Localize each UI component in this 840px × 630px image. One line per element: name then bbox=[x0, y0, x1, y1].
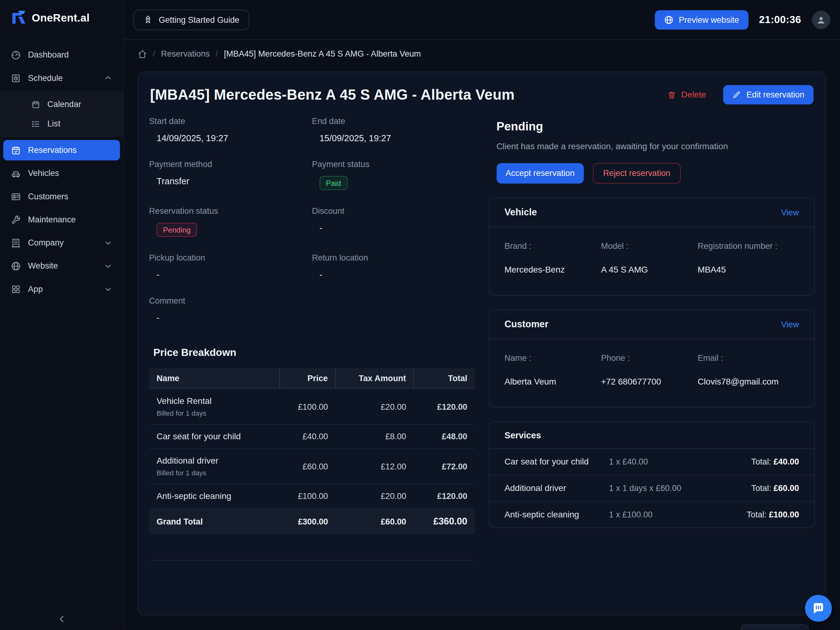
accept-reservation-button[interactable]: Accept reservation bbox=[496, 163, 584, 184]
price-breakdown-title: Price Breakdown bbox=[153, 347, 475, 359]
globe-icon bbox=[664, 15, 674, 25]
delete-button[interactable]: Delete bbox=[664, 90, 709, 100]
list-icon bbox=[32, 119, 41, 128]
sidebar-item-maintenance[interactable]: Maintenance bbox=[3, 209, 120, 230]
calendar-check-icon bbox=[11, 145, 21, 155]
section-divider bbox=[149, 560, 475, 560]
table-row: Additional driver Billed for 1 days £60.… bbox=[149, 449, 475, 484]
chat-bubble-icon bbox=[812, 602, 826, 616]
preview-website-label: Preview website bbox=[679, 15, 739, 25]
customer-email: Email : Clovis78@gmail.com bbox=[698, 353, 799, 387]
chevron-down-icon bbox=[104, 238, 112, 247]
header-actions: Delete Edit reservation bbox=[664, 85, 813, 104]
sidebar-item-schedule[interactable]: Schedule bbox=[3, 68, 120, 89]
customer-panel: Customer View Name : Alberta Veum Phone … bbox=[489, 309, 815, 408]
sidebar-item-label: Customers bbox=[28, 192, 68, 201]
breadcrumb-reservations[interactable]: Reservations bbox=[161, 49, 210, 59]
sidebar: OneRent.al Dashboard Schedule Calendar bbox=[0, 0, 124, 630]
field-pickup-location: Pickup location - bbox=[149, 253, 312, 280]
sidebar-item-company[interactable]: Company bbox=[3, 233, 120, 253]
field-reservation-status: Reservation status Pending bbox=[149, 206, 312, 237]
field-end-date: End date 15/09/2025, 19:27 bbox=[312, 116, 475, 143]
partially-visible-button[interactable] bbox=[741, 624, 809, 630]
breadcrumb-separator: / bbox=[153, 49, 155, 59]
topbar: Getting Started Guide Preview website 21… bbox=[124, 0, 840, 40]
vehicle-panel-title: Vehicle bbox=[505, 207, 537, 218]
sidebar-item-vehicles[interactable]: Vehicles bbox=[3, 163, 120, 184]
sidebar-item-reservations[interactable]: Reservations bbox=[3, 140, 120, 161]
service-row: Anti-septic cleaning 1 x £100.00 Total: … bbox=[489, 501, 814, 527]
sidebar-item-calendar[interactable]: Calendar bbox=[0, 95, 123, 114]
edit-reservation-label: Edit reservation bbox=[747, 90, 804, 100]
vehicle-panel: Vehicle View Brand : Mercedes-Benz Model… bbox=[489, 198, 815, 296]
main-area: Getting Started Guide Preview website 21… bbox=[124, 0, 840, 630]
page-title: [MBA45] Mercedes-Benz A 45 S AMG - Alber… bbox=[150, 86, 515, 103]
reject-reservation-button[interactable]: Reject reservation bbox=[593, 163, 681, 184]
schedule-submenu: Calendar List bbox=[0, 91, 123, 138]
edit-reservation-button[interactable]: Edit reservation bbox=[723, 85, 813, 104]
getting-started-button[interactable]: Getting Started Guide bbox=[133, 9, 249, 30]
sidebar-item-label: Website bbox=[28, 261, 58, 271]
reservation-details: Start date 14/09/2025, 19:27 End date 15… bbox=[149, 116, 475, 560]
vehicle-model: Model : A 45 S AMG bbox=[601, 241, 698, 275]
payment-status-badge: Paid bbox=[319, 176, 347, 190]
preview-website-button[interactable]: Preview website bbox=[655, 10, 748, 29]
home-icon[interactable] bbox=[138, 49, 147, 59]
field-payment-method: Payment method Transfer bbox=[149, 159, 312, 190]
grand-total-row: Grand Total £300.00 £60.00 £360.00 bbox=[149, 508, 475, 534]
calendar-icon bbox=[32, 100, 41, 109]
customer-panel-title: Customer bbox=[505, 319, 548, 330]
service-row: Additional driver 1 x 1 days x £60.00 To… bbox=[489, 475, 814, 502]
chevron-up-icon bbox=[104, 74, 112, 82]
sidebar-item-label: Company bbox=[28, 238, 64, 248]
table-row: Anti-septic cleaning £100.00 £20.00 £120… bbox=[149, 484, 475, 508]
chevron-down-icon bbox=[104, 285, 112, 293]
sidebar-nav: Dashboard Schedule Calendar List bbox=[0, 33, 123, 630]
field-return-location: Return location - bbox=[312, 253, 475, 280]
schedule-icon bbox=[11, 73, 21, 83]
sidebar-item-label: Vehicles bbox=[28, 169, 59, 179]
price-breakdown-table: Name Price Tax Amount Total Vehicle Rent… bbox=[149, 368, 475, 534]
field-start-date: Start date 14/09/2025, 19:27 bbox=[149, 116, 312, 143]
status-message: Client has made a reservation, awaiting … bbox=[496, 141, 815, 151]
car-icon bbox=[11, 168, 21, 179]
card-header: [MBA45] Mercedes-Benz A 45 S AMG - Alber… bbox=[149, 81, 815, 107]
table-header-row: Name Price Tax Amount Total bbox=[149, 368, 475, 389]
vehicle-view-link[interactable]: View bbox=[781, 207, 799, 217]
reservation-status-badge: Pending bbox=[156, 223, 197, 237]
wrench-icon bbox=[11, 214, 21, 225]
services-panel-title: Services bbox=[505, 430, 541, 440]
rocket-icon bbox=[143, 15, 153, 25]
trash-icon bbox=[667, 90, 676, 99]
sidebar-item-label: Schedule bbox=[28, 73, 63, 83]
sidebar-collapse-button[interactable] bbox=[0, 614, 123, 624]
field-payment-status: Payment status Paid bbox=[312, 159, 475, 190]
status-panel: Pending Client has made a reservation, a… bbox=[489, 120, 815, 184]
chevron-left-icon bbox=[56, 614, 67, 624]
delete-label: Delete bbox=[681, 90, 706, 100]
vehicle-brand: Brand : Mercedes-Benz bbox=[505, 241, 601, 275]
service-row: Car seat for your child 1 x £40.00 Total… bbox=[489, 449, 814, 475]
customer-view-link[interactable]: View bbox=[781, 320, 799, 329]
id-card-icon bbox=[11, 192, 21, 201]
user-avatar[interactable] bbox=[812, 11, 831, 29]
vehicle-registration: Registration number : MBA45 bbox=[698, 241, 799, 275]
column-total: Total bbox=[414, 368, 475, 389]
chat-widget-button[interactable] bbox=[805, 595, 832, 622]
clock: 21:00:36 bbox=[759, 14, 801, 26]
sidebar-item-label: Maintenance bbox=[28, 215, 76, 225]
sidebar-item-list[interactable]: List bbox=[0, 114, 123, 133]
person-icon bbox=[816, 14, 826, 25]
sidebar-item-website[interactable]: Website bbox=[3, 256, 120, 276]
sidebar-item-app[interactable]: App bbox=[3, 279, 120, 300]
column-name: Name bbox=[149, 368, 279, 389]
sidebar-item-label: Dashboard bbox=[28, 50, 69, 60]
grid-icon bbox=[11, 284, 21, 294]
breadcrumb-current: [MBA45] Mercedes-Benz A 45 S AMG - Alber… bbox=[224, 49, 421, 59]
brand-logo[interactable]: OneRent.al bbox=[0, 0, 123, 33]
field-comment: Comment - bbox=[149, 296, 312, 323]
customer-phone: Phone : +72 680677700 bbox=[601, 353, 698, 387]
pencil-icon bbox=[733, 90, 741, 99]
sidebar-item-customers[interactable]: Customers bbox=[3, 187, 120, 207]
sidebar-item-dashboard[interactable]: Dashboard bbox=[3, 44, 120, 65]
